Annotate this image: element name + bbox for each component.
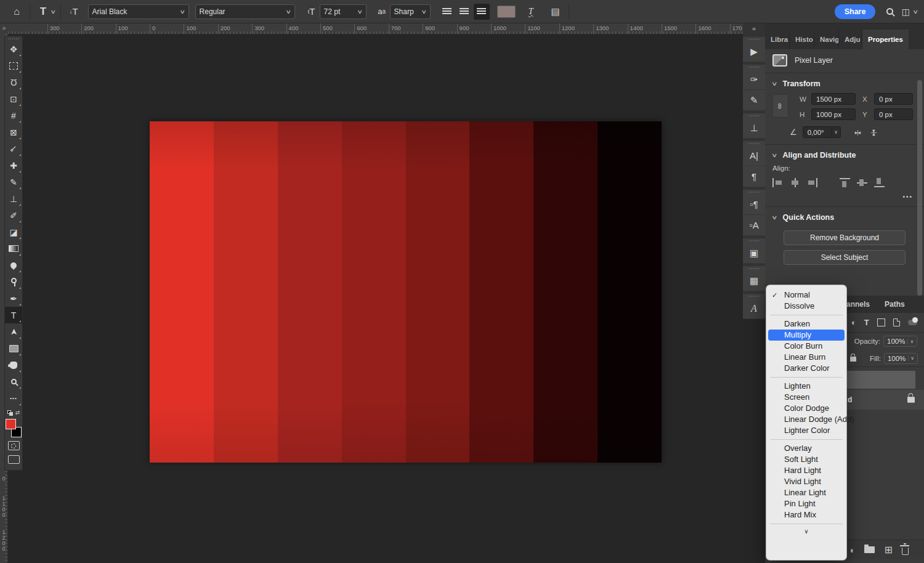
actions-panel[interactable]: ▶ xyxy=(743,41,765,62)
screen-mode-button[interactable] xyxy=(8,455,20,464)
align-horizontal-centers-icon[interactable] xyxy=(790,178,800,187)
align-right-edges-icon[interactable] xyxy=(807,178,817,187)
opacity-input[interactable]: 100% ∨ xyxy=(883,336,917,347)
frame-tool[interactable]: ⊠ xyxy=(5,124,22,140)
paragraph-styles-panel[interactable]: ▫¶ xyxy=(743,194,765,215)
text-color-swatch[interactable] xyxy=(497,6,516,18)
smart-object-filter-icon[interactable] xyxy=(893,318,900,326)
width-input[interactable]: 1500 px xyxy=(811,93,856,105)
quick-mask-button[interactable] xyxy=(8,441,20,450)
quick-actions-header[interactable]: ∨ Quick Actions xyxy=(765,207,924,225)
dock-drag-handle[interactable] xyxy=(743,294,765,298)
dock-drag-handle[interactable] xyxy=(743,190,765,194)
delete-layer-icon[interactable] xyxy=(902,548,909,555)
blend-mode-option-color-burn[interactable]: Color Burn xyxy=(768,341,845,352)
brush-settings-panel[interactable]: ✑ xyxy=(743,69,765,90)
properties-scrollbar[interactable] xyxy=(917,80,922,296)
font-size-select[interactable]: 72 pt ∨ xyxy=(320,4,367,19)
zoom-tool[interactable] xyxy=(5,373,22,390)
rectangle-tool[interactable] xyxy=(5,340,22,357)
history-brush-tool[interactable]: ✐ xyxy=(5,207,22,224)
foreground-color-swatch[interactable] xyxy=(6,419,16,429)
blend-mode-option-hard-light[interactable]: Hard Light xyxy=(768,465,845,476)
angle-input[interactable]: 0,00° ∨ xyxy=(803,126,841,138)
swap-colors-icon[interactable]: ⇄ xyxy=(15,410,20,416)
fill-input[interactable]: 100% ∨ xyxy=(884,353,918,364)
home-icon[interactable]: ⌂ xyxy=(9,4,25,20)
blend-mode-option-dissolve[interactable]: Dissolve xyxy=(768,301,845,312)
clone-source-panel[interactable]: ⊥ xyxy=(743,118,765,139)
new-adjustment-layer-icon[interactable]: ◐ xyxy=(850,545,855,555)
blend-mode-option-soft-light[interactable]: Soft Light xyxy=(768,454,845,465)
clone-stamp-tool[interactable]: ⊥ xyxy=(5,190,22,207)
collapse-dock-icon[interactable]: « xyxy=(743,23,765,34)
font-family-select[interactable]: Arial Black ∨ xyxy=(88,4,189,19)
path-selection-tool[interactable]: ➤ xyxy=(5,323,22,340)
spot-healing-brush-tool[interactable]: ✚ xyxy=(5,157,22,174)
move-tool[interactable]: ✥ xyxy=(5,41,22,57)
y-input[interactable]: 0 px xyxy=(874,108,913,120)
type-filter-icon[interactable]: T xyxy=(864,318,869,327)
x-input[interactable]: 0 px xyxy=(874,93,913,105)
tab-adjustments[interactable]: Adju xyxy=(839,30,862,49)
blend-mode-option-darker-color[interactable]: Darker Color xyxy=(768,363,845,374)
default-colors-icon[interactable] xyxy=(7,410,13,416)
blend-mode-option-pin-light[interactable]: Pin Light xyxy=(768,498,845,509)
blur-tool[interactable] xyxy=(5,257,22,273)
eyedropper-tool[interactable]: ⊸ xyxy=(5,140,22,157)
menu-scroll-down-icon[interactable]: ∨ xyxy=(766,527,846,537)
blend-mode-option-overlay[interactable]: Overlay xyxy=(768,443,845,454)
horizontal-ruler[interactable]: 3002001000100200300400500600700800900100… xyxy=(8,23,743,34)
selected-layer-row[interactable] xyxy=(846,371,915,389)
lock-icon[interactable] xyxy=(850,357,856,362)
toggle-panels-icon[interactable]: ▤ xyxy=(548,4,564,20)
blend-mode-option-lighten[interactable]: Lighten xyxy=(768,381,845,392)
hand-tool[interactable] xyxy=(5,357,22,373)
dock-drag-handle[interactable] xyxy=(743,113,765,118)
blend-mode-option-normal[interactable]: ✓Normal xyxy=(768,290,845,301)
warp-text-icon[interactable]: T xyxy=(523,4,539,20)
tab-histogram[interactable]: Histo xyxy=(790,30,814,49)
remove-background-button[interactable]: Remove Background xyxy=(784,230,906,245)
height-input[interactable]: 1000 px xyxy=(811,108,856,120)
new-group-icon[interactable] xyxy=(864,546,875,553)
patterns-panel[interactable]: ▦ xyxy=(743,270,765,291)
tools-drag-handle[interactable] xyxy=(5,36,22,41)
align-left-edges-icon[interactable] xyxy=(772,178,783,187)
gradient-tool[interactable] xyxy=(5,240,22,257)
workspace-icon[interactable]: ◫ xyxy=(898,4,914,20)
chevron-down-icon[interactable]: ∨ xyxy=(50,9,56,15)
blend-mode-option-linear-dodge-add-[interactable]: Linear Dodge (Add) xyxy=(768,414,845,425)
flip-horizontal-icon[interactable]: ▸|◂ xyxy=(855,129,860,136)
pen-tool[interactable]: ✒ xyxy=(5,290,22,307)
align-text-right-button[interactable] xyxy=(474,4,490,20)
crop-tool[interactable]: # xyxy=(5,107,22,124)
blend-mode-option-lighter-color[interactable]: Lighter Color xyxy=(768,425,845,436)
align-vertical-centers-icon[interactable] xyxy=(857,178,867,187)
dock-drag-handle[interactable] xyxy=(743,37,765,41)
align-header[interactable]: ∨ Align and Distribute xyxy=(765,145,924,163)
ellipsis-tool[interactable]: ••• xyxy=(5,390,22,407)
blend-mode-option-screen[interactable]: Screen xyxy=(768,392,845,403)
tab-paths[interactable]: Paths xyxy=(877,300,912,309)
dock-drag-handle[interactable] xyxy=(743,65,765,69)
dock-drag-handle[interactable] xyxy=(743,266,765,270)
align-top-edges-icon[interactable] xyxy=(840,178,850,187)
blend-mode-option-linear-burn[interactable]: Linear Burn xyxy=(768,352,845,363)
tab-libraries[interactable]: Libra xyxy=(765,30,790,49)
align-text-center-button[interactable] xyxy=(456,4,472,20)
blend-mode-option-darken[interactable]: Darken xyxy=(768,318,845,330)
adjustment-filter-icon[interactable]: ◐ xyxy=(851,318,856,327)
paragraph-panel[interactable]: ¶ xyxy=(743,166,765,187)
lasso-tool[interactable]: Ω xyxy=(5,74,22,91)
type-tool-icon[interactable]: T xyxy=(35,4,51,20)
eraser-tool[interactable]: ◪ xyxy=(5,224,22,240)
dock-drag-handle[interactable] xyxy=(743,238,765,243)
character-panel[interactable]: A| xyxy=(743,145,765,166)
align-bottom-edges-icon[interactable] xyxy=(874,178,885,187)
blend-mode-option-linear-light[interactable]: Linear Light xyxy=(768,487,845,498)
share-button[interactable]: Share xyxy=(835,4,876,19)
anti-alias-select[interactable]: Sharp ∨ xyxy=(390,4,431,19)
align-more-options-icon[interactable]: ••• xyxy=(765,190,924,207)
select-subject-button[interactable]: Select Subject xyxy=(784,250,906,265)
